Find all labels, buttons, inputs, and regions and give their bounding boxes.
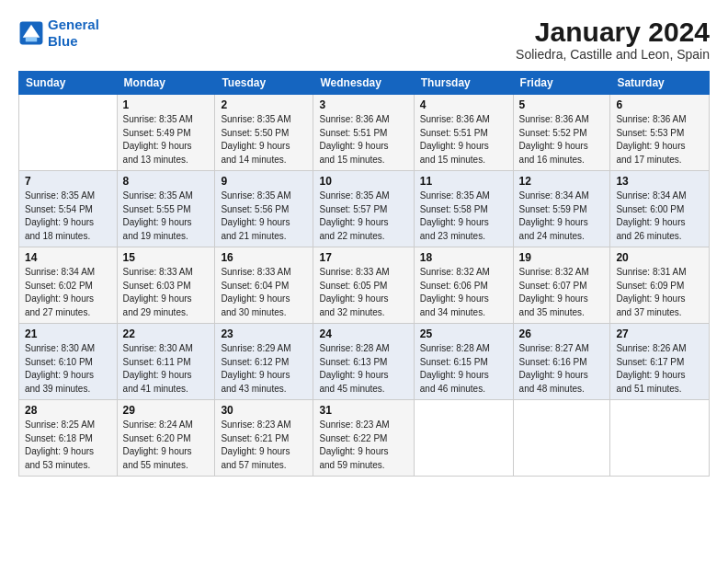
table-row: 16Sunrise: 8:33 AMSunset: 6:04 PMDayligh… [215, 247, 313, 324]
day-detail: Sunrise: 8:23 AMSunset: 6:22 PMDaylight:… [319, 419, 407, 472]
table-row: 19Sunrise: 8:32 AMSunset: 6:07 PMDayligh… [513, 247, 610, 324]
day-number: 12 [519, 175, 605, 188]
header-friday: Friday [513, 72, 610, 95]
week-row: 14Sunrise: 8:34 AMSunset: 6:02 PMDayligh… [19, 247, 710, 324]
table-row: 20Sunrise: 8:31 AMSunset: 6:09 PMDayligh… [610, 247, 710, 324]
header-tuesday: Tuesday [215, 72, 313, 95]
day-number: 3 [319, 98, 407, 111]
day-detail: Sunrise: 8:36 AMSunset: 5:51 PMDaylight:… [319, 113, 407, 167]
table-row: 13Sunrise: 8:34 AMSunset: 6:00 PMDayligh… [610, 171, 710, 247]
day-detail: Sunrise: 8:35 AMSunset: 5:50 PMDaylight:… [221, 113, 307, 167]
day-detail: Sunrise: 8:30 AMSunset: 6:10 PMDaylight:… [25, 342, 111, 396]
table-row: 21Sunrise: 8:30 AMSunset: 6:10 PMDayligh… [19, 324, 118, 400]
table-row: 22Sunrise: 8:30 AMSunset: 6:11 PMDayligh… [117, 324, 215, 400]
day-detail: Sunrise: 8:36 AMSunset: 5:52 PMDaylight:… [519, 113, 605, 167]
title-block: January 2024 Soliedra, Castille and Leon… [516, 17, 710, 62]
day-number: 30 [221, 404, 307, 417]
table-row: 15Sunrise: 8:33 AMSunset: 6:03 PMDayligh… [117, 247, 215, 324]
day-detail: Sunrise: 8:35 AMSunset: 5:58 PMDaylight:… [420, 190, 507, 243]
table-row: 10Sunrise: 8:35 AMSunset: 5:57 PMDayligh… [313, 171, 414, 247]
day-number: 23 [221, 327, 307, 340]
header-sunday: Sunday [19, 72, 118, 95]
table-row: 28Sunrise: 8:25 AMSunset: 6:18 PMDayligh… [19, 400, 118, 477]
logo-icon [18, 20, 44, 46]
week-row: 28Sunrise: 8:25 AMSunset: 6:18 PMDayligh… [19, 400, 710, 477]
table-row: 29Sunrise: 8:24 AMSunset: 6:20 PMDayligh… [117, 400, 215, 477]
day-detail: Sunrise: 8:34 AMSunset: 6:00 PMDaylight:… [616, 190, 703, 243]
table-row: 4Sunrise: 8:36 AMSunset: 5:51 PMDaylight… [414, 95, 513, 171]
day-detail: Sunrise: 8:36 AMSunset: 5:51 PMDaylight:… [420, 113, 507, 167]
day-number: 21 [25, 327, 111, 340]
day-number: 8 [123, 175, 210, 188]
week-row: 7Sunrise: 8:35 AMSunset: 5:54 PMDaylight… [19, 171, 710, 247]
day-number: 26 [519, 327, 605, 340]
day-number: 19 [519, 251, 605, 264]
table-row: 12Sunrise: 8:34 AMSunset: 5:59 PMDayligh… [513, 171, 610, 247]
day-number: 4 [420, 98, 507, 111]
table-row: 5Sunrise: 8:36 AMSunset: 5:52 PMDaylight… [513, 95, 610, 171]
header-monday: Monday [117, 72, 215, 95]
day-detail: Sunrise: 8:35 AMSunset: 5:57 PMDaylight:… [319, 190, 407, 243]
day-number: 13 [616, 175, 703, 188]
day-detail: Sunrise: 8:36 AMSunset: 5:53 PMDaylight:… [616, 113, 703, 167]
day-number: 7 [25, 175, 111, 188]
day-detail: Sunrise: 8:29 AMSunset: 6:12 PMDaylight:… [221, 342, 307, 396]
day-detail: Sunrise: 8:33 AMSunset: 6:05 PMDaylight:… [319, 266, 407, 319]
day-number: 14 [25, 251, 111, 264]
day-number: 24 [319, 327, 407, 340]
table-row [610, 400, 710, 477]
logo-general: General [48, 17, 99, 32]
table-row: 17Sunrise: 8:33 AMSunset: 6:05 PMDayligh… [313, 247, 414, 324]
day-number: 1 [123, 98, 210, 111]
header-wednesday: Wednesday [313, 72, 414, 95]
table-row: 1Sunrise: 8:35 AMSunset: 5:49 PMDaylight… [117, 95, 215, 171]
svg-rect-2 [26, 38, 37, 42]
day-number: 25 [420, 327, 507, 340]
header-row-days: Sunday Monday Tuesday Wednesday Thursday… [19, 72, 710, 95]
page: General Blue January 2024 Soliedra, Cast… [0, 0, 728, 563]
day-detail: Sunrise: 8:32 AMSunset: 6:06 PMDaylight:… [420, 266, 507, 319]
day-number: 10 [319, 175, 407, 188]
table-row: 6Sunrise: 8:36 AMSunset: 5:53 PMDaylight… [610, 95, 710, 171]
day-detail: Sunrise: 8:35 AMSunset: 5:55 PMDaylight:… [123, 190, 210, 243]
day-detail: Sunrise: 8:24 AMSunset: 6:20 PMDaylight:… [123, 419, 210, 472]
day-number: 31 [319, 404, 407, 417]
day-number: 22 [123, 327, 210, 340]
logo-text: General Blue [48, 17, 99, 50]
table-row: 27Sunrise: 8:26 AMSunset: 6:17 PMDayligh… [610, 324, 710, 400]
day-number: 27 [616, 327, 703, 340]
day-number: 2 [221, 98, 307, 111]
table-row: 26Sunrise: 8:27 AMSunset: 6:16 PMDayligh… [513, 324, 610, 400]
day-detail: Sunrise: 8:26 AMSunset: 6:17 PMDaylight:… [616, 342, 703, 396]
table-row: 3Sunrise: 8:36 AMSunset: 5:51 PMDaylight… [313, 95, 414, 171]
subtitle: Soliedra, Castille and Leon, Spain [516, 47, 710, 62]
table-row [513, 400, 610, 477]
table-row: 7Sunrise: 8:35 AMSunset: 5:54 PMDaylight… [19, 171, 118, 247]
table-row: 9Sunrise: 8:35 AMSunset: 5:56 PMDaylight… [215, 171, 313, 247]
day-number: 6 [616, 98, 703, 111]
week-row: 21Sunrise: 8:30 AMSunset: 6:10 PMDayligh… [19, 324, 710, 400]
table-row: 18Sunrise: 8:32 AMSunset: 6:06 PMDayligh… [414, 247, 513, 324]
header-saturday: Saturday [610, 72, 710, 95]
table-row: 8Sunrise: 8:35 AMSunset: 5:55 PMDaylight… [117, 171, 215, 247]
day-detail: Sunrise: 8:35 AMSunset: 5:49 PMDaylight:… [123, 113, 210, 167]
logo: General Blue [18, 17, 99, 50]
day-number: 9 [221, 175, 307, 188]
day-detail: Sunrise: 8:35 AMSunset: 5:56 PMDaylight:… [221, 190, 307, 243]
table-row: 14Sunrise: 8:34 AMSunset: 6:02 PMDayligh… [19, 247, 118, 324]
table-row: 25Sunrise: 8:28 AMSunset: 6:15 PMDayligh… [414, 324, 513, 400]
day-number: 28 [25, 404, 111, 417]
table-row: 23Sunrise: 8:29 AMSunset: 6:12 PMDayligh… [215, 324, 313, 400]
table-row [19, 95, 118, 171]
day-detail: Sunrise: 8:23 AMSunset: 6:21 PMDaylight:… [221, 419, 307, 472]
day-number: 29 [123, 404, 210, 417]
day-detail: Sunrise: 8:32 AMSunset: 6:07 PMDaylight:… [519, 266, 605, 319]
day-detail: Sunrise: 8:34 AMSunset: 5:59 PMDaylight:… [519, 190, 605, 243]
table-row: 11Sunrise: 8:35 AMSunset: 5:58 PMDayligh… [414, 171, 513, 247]
day-detail: Sunrise: 8:33 AMSunset: 6:04 PMDaylight:… [221, 266, 307, 319]
header-thursday: Thursday [414, 72, 513, 95]
main-title: January 2024 [516, 17, 710, 47]
table-row: 24Sunrise: 8:28 AMSunset: 6:13 PMDayligh… [313, 324, 414, 400]
day-number: 17 [319, 251, 407, 264]
day-detail: Sunrise: 8:25 AMSunset: 6:18 PMDaylight:… [25, 419, 111, 472]
